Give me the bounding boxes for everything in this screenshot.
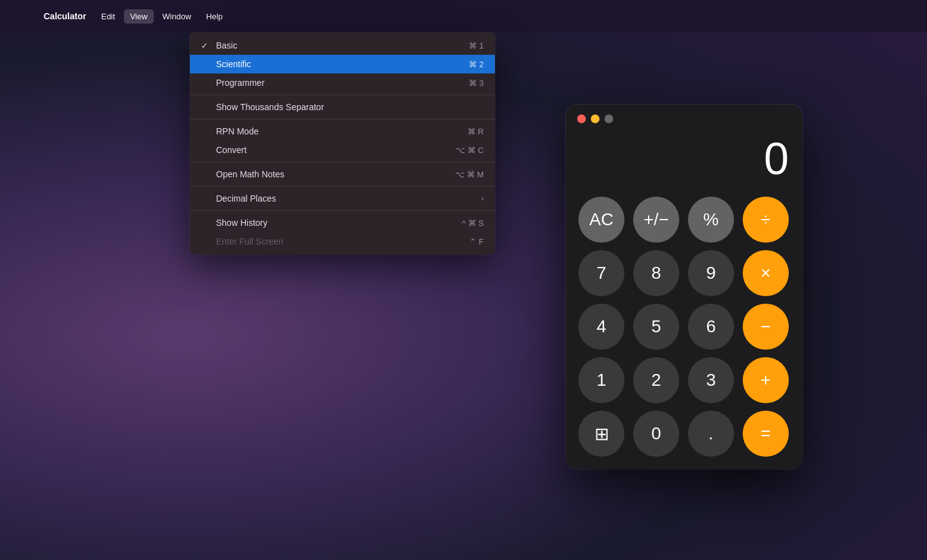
calc-btn-minus[interactable]: − [743, 304, 789, 350]
calc-btn-6[interactable]: 6 [688, 304, 734, 350]
apple-menu-button[interactable] [10, 4, 35, 29]
menu-label-convert: Convert [216, 145, 247, 155]
view-menu[interactable]: View [124, 9, 154, 24]
menu-item-decimal[interactable]: Decimal Places › [190, 189, 495, 208]
display-value: 0 [581, 133, 788, 184]
menu-label-fullscreen: Enter Full Screen [216, 236, 283, 246]
menu-item-history[interactable]: Show History ^ ⌘ S [190, 213, 495, 232]
separator-1 [190, 95, 495, 95]
calc-btn-dot[interactable]: . [688, 411, 734, 457]
shortcut-convert: ⌥ ⌘ C [456, 146, 484, 155]
checkmark-decimal [201, 194, 211, 203]
menu-item-fullscreen[interactable]: Enter Full Screen ⌃ F [190, 232, 495, 251]
shortcut-math-notes: ⌥ ⌘ M [455, 170, 484, 179]
display-area: 0 [566, 128, 802, 197]
calc-btn-ac[interactable]: AC [578, 197, 624, 243]
menu-label-scientific: Scientific [216, 59, 251, 69]
close-button[interactable] [577, 114, 586, 123]
menu-label-decimal: Decimal Places [216, 194, 276, 203]
calc-btn-multiply[interactable]: × [743, 250, 789, 296]
calculator-buttons: AC+/−%÷789×456−123+⊞0.= [566, 197, 802, 457]
window-menu[interactable]: Window [156, 9, 197, 24]
menubar: Calculator Edit View Window Help [0, 0, 927, 32]
menu-item-convert[interactable]: Convert ⌥ ⌘ C [190, 141, 495, 159]
menu-item-thousands[interactable]: Show Thousands Separator [190, 98, 495, 116]
checkmark-fullscreen [201, 237, 211, 246]
menu-item-programmer[interactable]: Programmer ⌘ 3 [190, 73, 495, 92]
menu-item-scientific[interactable]: Scientific ⌘ 2 [190, 55, 495, 73]
checkmark-convert [201, 146, 211, 155]
calc-btn-divide[interactable]: ÷ [743, 197, 789, 243]
menu-item-basic[interactable]: ✓ Basic ⌘ 1 [190, 36, 495, 55]
shortcut-rpn: ⌘ R [468, 127, 484, 136]
view-dropdown-menu: ✓ Basic ⌘ 1 Scientific ⌘ 2 Programmer ⌘ … [190, 32, 495, 254]
checkmark-math-notes [201, 170, 211, 179]
shortcut-scientific: ⌘ 2 [469, 60, 484, 69]
calc-btn-percent[interactable]: % [688, 197, 734, 243]
separator-2 [190, 119, 495, 119]
menu-label-rpn: RPN Mode [216, 126, 258, 136]
checkmark-programmer [201, 78, 211, 88]
menu-label-programmer: Programmer [216, 78, 265, 88]
separator-4 [190, 186, 495, 187]
maximize-button[interactable] [605, 114, 613, 123]
calc-btn-equals[interactable]: = [743, 411, 789, 457]
calc-btn-7[interactable]: 7 [578, 250, 624, 296]
calc-btn-5[interactable]: 5 [633, 304, 679, 350]
calculator-window: 0 AC+/−%÷789×456−123+⊞0.= [566, 105, 802, 469]
menu-label-math-notes: Open Math Notes [216, 169, 285, 179]
calc-btn-2[interactable]: 2 [633, 357, 679, 403]
menu-item-math-notes[interactable]: Open Math Notes ⌥ ⌘ M [190, 165, 495, 184]
menu-label-thousands: Show Thousands Separator [216, 102, 324, 112]
calc-btn-8[interactable]: 8 [633, 250, 679, 296]
separator-5 [190, 210, 495, 211]
shortcut-history: ^ ⌘ S [462, 218, 484, 228]
menu-label-basic: Basic [216, 40, 237, 50]
checkmark-history [201, 218, 211, 228]
calc-btn-plus[interactable]: + [743, 357, 789, 403]
app-name[interactable]: Calculator [37, 9, 92, 24]
checkmark-rpn [201, 127, 211, 136]
checkmark-scientific [201, 60, 211, 69]
help-menu[interactable]: Help [200, 9, 229, 24]
edit-menu[interactable]: Edit [95, 9, 121, 24]
shortcut-basic: ⌘ 1 [469, 41, 484, 50]
calc-btn-4[interactable]: 4 [578, 304, 624, 350]
minimize-button[interactable] [591, 114, 600, 123]
checkmark-thousands [201, 103, 211, 112]
calc-btn-3[interactable]: 3 [688, 357, 734, 403]
menu-label-history: Show History [216, 218, 267, 228]
shortcut-programmer: ⌘ 3 [469, 78, 484, 88]
menu-item-rpn[interactable]: RPN Mode ⌘ R [190, 122, 495, 141]
shortcut-fullscreen: ⌃ F [469, 237, 484, 246]
separator-3 [190, 162, 495, 162]
arrow-decimal: › [481, 194, 484, 203]
checkmark-basic: ✓ [201, 41, 211, 50]
window-titlebar [566, 105, 802, 128]
calc-btn-plus-minus[interactable]: +/− [633, 197, 679, 243]
calc-btn-0[interactable]: 0 [633, 411, 679, 457]
calc-btn-9[interactable]: 9 [688, 250, 734, 296]
calc-btn-1[interactable]: 1 [578, 357, 624, 403]
calc-btn-calc-icon[interactable]: ⊞ [578, 411, 624, 457]
